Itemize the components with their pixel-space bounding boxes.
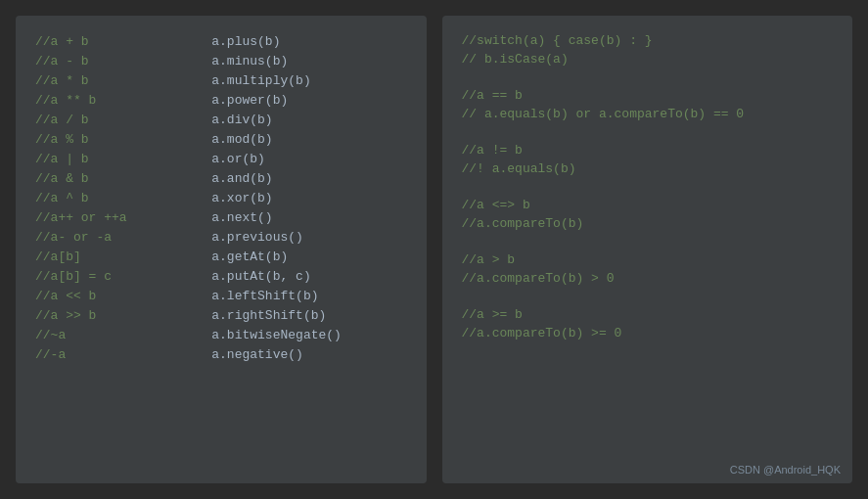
comment-cell: //a- or -a xyxy=(35,227,211,247)
code-line: //switch(a) { case(b) : } xyxy=(462,31,834,50)
left-panel: //a + ba.plus(b)//a - ba.minus(b)//a * b… xyxy=(16,16,427,483)
table-row: //a << ba.leftShift(b) xyxy=(35,286,407,305)
code-line: //a.compareTo(b) xyxy=(462,214,834,233)
right-panel: //switch(a) { case(b) : }// b.isCase(a)/… xyxy=(442,16,853,483)
table-row: //a % ba.mod(b) xyxy=(35,129,407,149)
code-line: // a.equals(b) or a.compareTo(b) == 0 xyxy=(462,105,834,123)
code-cell: a.rightShift(b) xyxy=(211,305,406,325)
code-cell: a.minus(b) xyxy=(211,51,406,70)
comment-cell: //-a xyxy=(35,344,211,364)
operator-table: //a + ba.plus(b)//a - ba.minus(b)//a * b… xyxy=(35,31,407,364)
table-row: //a ^ ba.xor(b) xyxy=(35,188,407,207)
code-cell: a.negative() xyxy=(211,344,406,364)
code-line: //a != b xyxy=(462,141,834,159)
code-block: //a <=> b//a.compareTo(b) xyxy=(462,196,834,233)
comment-cell: //a >> b xyxy=(35,305,211,325)
code-cell: a.multiply(b) xyxy=(211,70,406,90)
watermark: CSDN @Android_HQK xyxy=(730,464,841,476)
code-block: //a == b// a.equals(b) or a.compareTo(b)… xyxy=(462,86,834,123)
code-cell: a.next() xyxy=(211,207,406,227)
comment-cell: //a[b] = c xyxy=(35,266,211,286)
code-cell: a.or(b) xyxy=(211,149,406,168)
table-row: //a + ba.plus(b) xyxy=(35,31,407,51)
main-container: //a + ba.plus(b)//a - ba.minus(b)//a * b… xyxy=(0,0,868,499)
comment-cell: //a ** b xyxy=(35,90,211,110)
code-line: //a <=> b xyxy=(462,196,834,214)
code-line: //a > b xyxy=(462,250,834,269)
code-block: //a > b//a.compareTo(b) > 0 xyxy=(462,250,834,288)
code-block: //a >= b//a.compareTo(b) >= 0 xyxy=(462,305,834,342)
code-cell: a.bitwiseNegate() xyxy=(211,325,406,344)
code-cell: a.power(b) xyxy=(211,90,406,110)
table-row: //a / ba.div(b) xyxy=(35,110,407,129)
table-row: //a >> ba.rightShift(b) xyxy=(35,305,407,325)
comment-cell: //a + b xyxy=(35,31,211,51)
comment-cell: //a ^ b xyxy=(35,188,211,207)
comment-cell: //a / b xyxy=(35,110,211,129)
table-row: //a ** ba.power(b) xyxy=(35,90,407,110)
code-line: //! a.equals(b) xyxy=(462,159,834,178)
table-row: //a | ba.or(b) xyxy=(35,149,407,168)
code-block: //a != b//! a.equals(b) xyxy=(462,141,834,178)
comment-cell: //a % b xyxy=(35,129,211,149)
comment-cell: //~a xyxy=(35,325,211,344)
code-line: //a == b xyxy=(462,86,834,105)
code-cell: a.plus(b) xyxy=(211,31,406,51)
table-row: //-aa.negative() xyxy=(35,344,407,364)
table-row: //a & ba.and(b) xyxy=(35,168,407,188)
comment-cell: //a++ or ++a xyxy=(35,207,211,227)
comment-cell: //a | b xyxy=(35,149,211,168)
table-row: //a[b] = ca.putAt(b, c) xyxy=(35,266,407,286)
table-row: //a - ba.minus(b) xyxy=(35,51,407,70)
code-cell: a.div(b) xyxy=(211,110,406,129)
comment-cell: //a * b xyxy=(35,70,211,90)
comment-cell: //a[b] xyxy=(35,247,211,266)
code-block: //switch(a) { case(b) : }// b.isCase(a) xyxy=(462,31,834,68)
code-cell: a.xor(b) xyxy=(211,188,406,207)
code-cell: a.previous() xyxy=(211,227,406,247)
code-cell: a.and(b) xyxy=(211,168,406,188)
code-line: //a.compareTo(b) > 0 xyxy=(462,269,834,288)
table-row: //~aa.bitwiseNegate() xyxy=(35,325,407,344)
table-row: //a- or -aa.previous() xyxy=(35,227,407,247)
code-cell: a.mod(b) xyxy=(211,129,406,149)
code-line: //a >= b xyxy=(462,305,834,324)
table-row: //a[b]a.getAt(b) xyxy=(35,247,407,266)
comment-cell: //a & b xyxy=(35,168,211,188)
comment-cell: //a << b xyxy=(35,286,211,305)
code-cell: a.leftShift(b) xyxy=(211,286,406,305)
code-cell: a.putAt(b, c) xyxy=(211,266,406,286)
comment-cell: //a - b xyxy=(35,51,211,70)
table-row: //a++ or ++aa.next() xyxy=(35,207,407,227)
table-row: //a * ba.multiply(b) xyxy=(35,70,407,90)
code-line: //a.compareTo(b) >= 0 xyxy=(462,324,834,342)
code-line: // b.isCase(a) xyxy=(462,50,834,68)
code-cell: a.getAt(b) xyxy=(211,247,406,266)
